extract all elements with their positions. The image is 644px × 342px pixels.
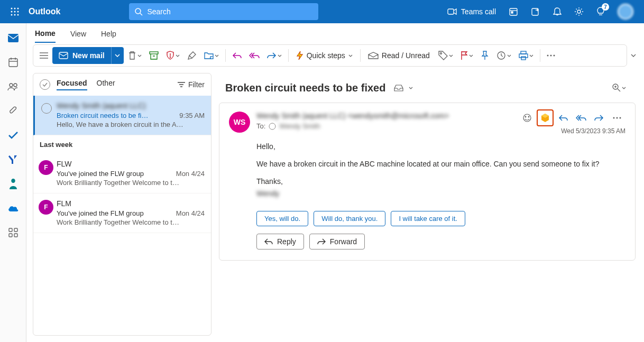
flag-button[interactable] [457,47,476,64]
lightning-icon [296,51,303,60]
suggestion-1[interactable]: Yes, will do. [256,211,308,226]
rail-yammer[interactable] [3,149,24,170]
svg-point-37 [440,53,441,54]
sender-name: Wendy Smith (aquent LLC) <wendysmith@mic… [256,112,519,120]
more-actions[interactable] [609,109,625,126]
tips-button[interactable]: 7 [590,0,611,23]
app-rail [0,23,26,342]
rail-files[interactable] [3,100,24,122]
settings-button[interactable] [568,0,590,23]
reply-button[interactable]: Reply [256,234,304,249]
svg-point-35 [170,57,170,57]
hexagon-icon [540,113,550,123]
calendar-day-icon [509,7,518,16]
group-header-lastweek: Last week [33,135,211,154]
rail-bookings[interactable] [3,173,24,195]
message-preview: Work Brilliantly Together Welcome to t… [57,218,205,226]
rail-mail[interactable] [3,27,24,49]
suggestion-3[interactable]: I will take care of it. [391,211,465,226]
select-circle[interactable] [41,103,52,114]
new-mail-button[interactable]: New mail [52,47,124,64]
chevron-down-icon [449,54,453,57]
teams-call-label: Teams call [461,7,496,16]
check-icon [42,82,48,87]
cloud-icon [7,205,19,212]
tab-home[interactable]: Home [35,25,56,43]
message-preview: Work Brilliantly Together Welcome to t… [57,179,205,187]
account-button[interactable] [611,0,640,23]
reply-all-button[interactable] [246,47,263,64]
body-greeting: Hello, [256,141,625,152]
apps-grid-icon [8,228,18,237]
sender-avatar: F [39,200,53,215]
archive-button[interactable] [146,47,162,64]
tab-other[interactable]: Other [97,79,115,90]
snooze-button[interactable] [493,47,514,64]
rail-todo[interactable] [3,125,24,146]
rail-calendar[interactable] [3,52,24,73]
attachment-icon [8,106,18,116]
print-button[interactable] [516,47,537,64]
search-box[interactable] [129,3,318,20]
app-launcher-icon[interactable] [4,1,25,22]
tab-view[interactable]: View [70,25,86,42]
sweep-button[interactable] [184,47,200,64]
rail-people[interactable] [3,76,24,97]
chevron-down-icon[interactable] [409,87,413,89]
tab-help[interactable]: Help [101,25,116,42]
forward-action[interactable] [591,109,608,126]
body-signature: Wendy [256,188,279,199]
conversation-settings[interactable] [391,79,407,96]
move-button[interactable] [201,47,222,64]
categorize-button[interactable] [435,47,456,64]
tips-badge: 7 [602,3,609,11]
svg-point-53 [523,114,531,122]
react-button[interactable] [519,109,536,126]
app-header: Outlook Teams call 7 [0,0,644,23]
zoom-button[interactable] [609,79,629,96]
svg-line-10 [140,13,142,15]
reply-button[interactable] [229,47,245,64]
my-day-button[interactable] [525,0,547,23]
chevron-down-icon [507,54,511,57]
report-button[interactable] [163,47,183,64]
chevron-down-icon [176,54,180,57]
message-item[interactable]: Wendy Smith (aquent LLC) Broken circuit … [33,96,211,135]
forward-button[interactable] [264,47,285,64]
pin-icon [481,51,489,60]
filter-button[interactable]: Filter [178,80,205,89]
tag-icon [438,51,448,60]
rail-more-apps[interactable] [3,222,24,243]
hamburger-button[interactable] [36,52,51,59]
delete-button[interactable] [125,47,145,64]
message-item[interactable]: F FLM You've joined the FLM group Mon 4/… [33,193,211,233]
svg-point-16 [577,10,581,13]
pin-button[interactable] [477,47,492,64]
notifications-button[interactable] [547,0,568,23]
message-item[interactable]: F FLW You've joined the FLW group Mon 4/… [33,154,211,193]
suggestion-2[interactable]: Will do, thank you. [314,211,385,226]
teams-call-button[interactable]: Teams call [441,0,502,23]
flag-icon [461,51,468,60]
select-all-toggle[interactable] [40,79,50,90]
forward-button[interactable]: Forward [309,234,365,249]
quick-steps-button[interactable]: Quick steps [292,51,357,60]
hamburger-icon [40,52,48,59]
more-ribbon-button[interactable] [544,47,558,64]
message-from: FLM [57,199,205,208]
message-list-header: Focused Other Filter [33,73,211,96]
ellipsis-icon [547,54,555,57]
reply-all-action[interactable] [573,109,590,126]
meet-now-button[interactable] [502,0,525,23]
new-mail-dropdown[interactable] [111,47,124,64]
svg-rect-14 [511,12,513,13]
tab-focused[interactable]: Focused [57,79,87,90]
rail-onedrive[interactable] [3,198,24,219]
apps-hexagon-button[interactable] [537,109,554,126]
svg-rect-41 [521,57,526,60]
read-unread-button[interactable]: Read / Unread [364,51,434,60]
ribbon-collapse[interactable] [629,54,638,57]
search-input[interactable] [147,7,313,16]
reply-action[interactable] [555,109,572,126]
reply-label: Reply [277,237,296,246]
